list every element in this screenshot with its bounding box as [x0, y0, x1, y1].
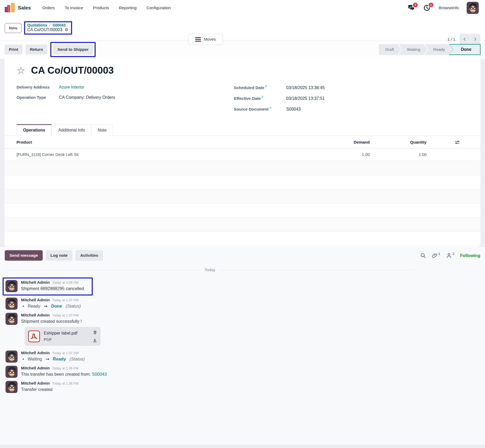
log-note-button[interactable]: Log note	[46, 250, 72, 261]
pager-previous-button[interactable]	[460, 34, 470, 45]
status-step-ready[interactable]: Ready	[424, 44, 452, 55]
menu-item-reporting[interactable]: Reporting	[119, 6, 137, 10]
message-time: Today at 1:36 PM	[52, 381, 79, 385]
delete-attachment-button[interactable]	[93, 330, 97, 335]
chatter-message: Mitchell Admin Today at 1:37 PM Shipment…	[6, 313, 415, 347]
empty-row	[4, 175, 481, 189]
send-to-shipper-button[interactable]: Send to Shipper	[53, 45, 93, 54]
print-button[interactable]: Print	[4, 45, 23, 54]
download-attachment-button[interactable]	[92, 338, 97, 343]
avatar[interactable]	[6, 351, 18, 363]
status-step-done[interactable]: Done	[449, 44, 481, 55]
chatter-message: Mitchell Admin Today at 1:36 PM Transfer…	[6, 381, 415, 393]
message-author[interactable]: Mitchell Admin	[21, 366, 50, 370]
message-text: Shipment 6892888295 cancelled	[21, 286, 84, 291]
tab-note[interactable]: Note	[91, 124, 113, 136]
column-product: Product	[4, 140, 286, 145]
column-demand: Demand	[286, 140, 370, 145]
avatar[interactable]	[6, 298, 18, 310]
delivery-address-link[interactable]: Azure Interior	[59, 85, 84, 90]
activities-icon[interactable]: 1	[423, 4, 431, 12]
app-name[interactable]: Sales	[18, 5, 31, 11]
hamburger-icon	[195, 37, 201, 42]
message-text: Transfer created	[21, 387, 79, 392]
favorite-star-icon[interactable]: ☆	[17, 66, 25, 75]
cell-product[interactable]: [FURN_1118] Corner Desk Left Sit	[4, 152, 286, 157]
attachments-button[interactable]: 1	[430, 251, 442, 260]
message-thread: Today Mitchell Admin Today at 3:06 PM	[5, 267, 415, 393]
followers-button[interactable]: 2	[444, 251, 456, 260]
pager-next-button[interactable]	[470, 34, 480, 45]
menu-item-products[interactable]: Products	[93, 6, 109, 10]
menu-item-orders[interactable]: Orders	[42, 6, 55, 10]
effective-date-value: 03/18/2025 13:37:51	[286, 96, 325, 101]
download-icon	[92, 338, 97, 343]
operation-type-value: CA Company: Delivery Orders	[59, 95, 115, 100]
paperclip-icon	[432, 253, 438, 259]
status-step-waiting[interactable]: Waiting	[398, 44, 427, 55]
empty-row	[4, 232, 481, 246]
menu-item-to-invoice[interactable]: To Invoice	[65, 6, 83, 10]
moves-label: Moves	[204, 37, 216, 42]
help-icon: ?	[261, 96, 263, 99]
breadcrumb-s00043-link[interactable]: S00043	[53, 23, 66, 27]
message-time: Today at 3:06 PM	[52, 281, 79, 285]
empty-row	[4, 189, 481, 203]
tracking-change: • Ready → Done (Status)	[21, 304, 81, 309]
table-row: [FURN_1118] Corner Desk Left Sit 1.00 1.…	[4, 149, 481, 161]
attachment-name[interactable]: Eshipper label.pdf	[44, 331, 89, 336]
pager-count: 1 / 1	[448, 37, 455, 42]
chatter-message: Mitchell Admin Today at 1:36 PM This tra…	[6, 366, 415, 378]
source-document-link[interactable]: S00043	[92, 372, 107, 376]
avatar[interactable]	[6, 313, 18, 325]
operations-table: Product Demand Quantity [FURN_1118] Corn…	[4, 136, 481, 246]
user-name[interactable]: Browseinfo	[439, 6, 459, 10]
gear-icon[interactable]: ⚙	[64, 27, 68, 32]
message-author[interactable]: Mitchell Admin	[21, 381, 50, 386]
message-author[interactable]: Mitchell Admin	[21, 313, 50, 318]
search-icon	[420, 253, 426, 259]
menu-item-configuration[interactable]: Configuration	[146, 6, 171, 10]
table-header-row: Product Demand Quantity	[4, 136, 481, 149]
pdf-file-icon	[28, 330, 40, 342]
avatar[interactable]	[6, 366, 18, 378]
empty-row	[4, 203, 481, 217]
arrow-right-icon: →	[46, 357, 49, 362]
breadcrumb-quotations-link[interactable]: Quotations	[27, 23, 47, 27]
message-text: This transfer has been created from: S00…	[21, 372, 107, 377]
following-button[interactable]: Following	[460, 253, 480, 258]
status-step-draft[interactable]: Draft	[379, 44, 401, 55]
date-divider: Today	[5, 267, 415, 272]
activities-button[interactable]: Activities	[75, 250, 103, 261]
return-button[interactable]: Return	[25, 45, 47, 54]
column-quantity: Quantity	[370, 140, 427, 145]
record-title: CA Co/OUT/00003	[31, 65, 114, 76]
cell-quantity[interactable]: 1.00	[370, 152, 427, 157]
optional-columns-icon[interactable]	[454, 139, 460, 145]
attachment-card[interactable]: Eshipper label.pdf PDF	[25, 327, 101, 346]
attachment-type: PDF	[44, 337, 89, 342]
user-avatar[interactable]	[467, 2, 479, 14]
message-author[interactable]: Mitchell Admin	[21, 280, 50, 285]
send-message-button[interactable]: Send message	[5, 250, 43, 261]
tab-operations[interactable]: Operations	[17, 124, 52, 136]
tab-additional-info[interactable]: Additional Info	[52, 124, 91, 136]
messages-icon[interactable]: 7	[407, 4, 415, 12]
empty-row	[4, 217, 481, 232]
new-button[interactable]: New	[5, 23, 21, 33]
scheduled-date-value[interactable]: 03/18/2025 13:36:45	[286, 85, 325, 90]
avatar[interactable]	[6, 280, 18, 292]
breadcrumb: Quotations / S00043	[27, 23, 68, 27]
message-author[interactable]: Mitchell Admin	[21, 298, 50, 302]
moves-button[interactable]: Moves	[188, 34, 223, 45]
action-bar: Print Return Send to Shipper Draft Waiti…	[0, 40, 485, 59]
main-menu: Orders To Invoice Products Reporting Con…	[42, 6, 171, 10]
cell-demand[interactable]: 1.00	[286, 152, 370, 157]
messages-badge: 7	[412, 2, 418, 8]
status-step-done-label: Done	[450, 45, 480, 54]
message-author[interactable]: Mitchell Admin	[21, 351, 50, 355]
avatar[interactable]	[6, 381, 18, 393]
help-icon: ?	[269, 106, 271, 110]
search-messages-icon[interactable]	[418, 251, 428, 260]
app-logo-icon[interactable]	[5, 3, 15, 13]
